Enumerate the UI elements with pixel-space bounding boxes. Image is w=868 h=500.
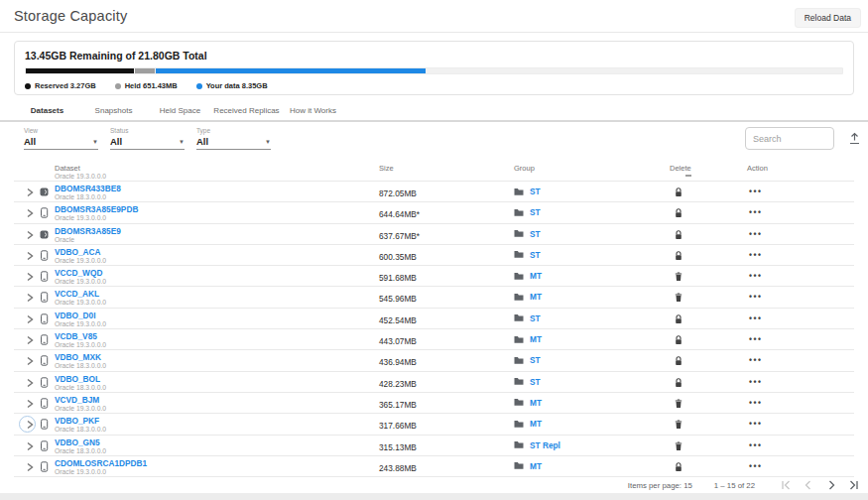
dataset-name-link[interactable]: DBOMSR3A85E9 [55,227,121,236]
dataset-name-link[interactable]: CDOMLOSRCA1DPDB1 [55,459,147,468]
legend-dot-icon [196,83,202,89]
expand-chevron-icon[interactable] [25,399,35,409]
page-title: Storage Capacity [14,8,127,24]
lock-icon[interactable] [672,251,685,261]
dataset-name-link[interactable]: VDBO_ACA [55,248,106,257]
tab-snapshots[interactable]: Snapshots [80,102,147,120]
row-actions-button[interactable]: ••• [749,187,762,196]
group-link[interactable]: ST Repl [530,440,560,450]
items-per-page-select[interactable]: Items per page: 15 [628,481,692,490]
expand-chevron-icon[interactable] [25,356,35,366]
expand-chevron-icon[interactable] [25,208,35,218]
row-actions-button[interactable]: ••• [749,377,762,387]
previous-page-icon[interactable] [804,480,813,490]
row-actions-button[interactable]: ••• [749,229,762,239]
tab-received-replicas[interactable]: Received Replicas [213,102,280,120]
dataset-name-link[interactable]: VDBO_PKF [55,417,106,426]
lock-icon[interactable] [672,335,685,345]
expand-chevron-icon[interactable] [25,188,35,197]
row-actions-button[interactable]: ••• [749,250,762,260]
dataset-name-link[interactable]: DBOMSR3A85E9PDB [55,205,138,214]
column-header-group[interactable]: Group [514,164,535,173]
lock-icon[interactable] [672,462,685,472]
row-actions-button[interactable]: ••• [749,419,762,429]
group-cell: MT [514,292,542,302]
dataset-name-link[interactable]: VCDB_V85 [55,332,106,341]
tab-datasets[interactable]: Datasets [14,102,80,120]
filter-status-select[interactable]: All▼ [110,136,185,150]
row-actions-button[interactable]: ••• [749,461,762,471]
expand-chevron-icon[interactable] [25,314,35,324]
lock-icon[interactable] [672,208,685,218]
group-link[interactable]: ST [530,207,541,217]
group-link[interactable]: ST [530,229,541,239]
group-link[interactable]: ST [530,313,541,323]
group-link[interactable]: MT [530,398,542,408]
lock-icon[interactable] [672,378,685,388]
lock-icon[interactable] [672,230,685,240]
lock-icon[interactable] [672,356,685,366]
column-header-dataset[interactable]: Dataset [55,164,80,173]
table-row: CDOMLOSRCA1DPDB1Oracle 19.3.0.0.0243.88M… [14,456,854,477]
first-page-icon[interactable] [781,480,791,490]
dataset-name-link[interactable]: VDBO_D0I [55,312,106,320]
tab-how-it-works[interactable]: How it Works [280,102,346,120]
group-link[interactable]: MT [530,334,542,344]
trash-icon[interactable] [672,272,685,282]
expand-chevron-icon[interactable] [25,293,35,303]
group-link[interactable]: ST [530,355,541,365]
expand-chevron-icon[interactable] [25,335,35,345]
expand-chevron-icon[interactable] [25,251,35,261]
tab-held-space[interactable]: Held Space [147,102,213,120]
filter-view-select[interactable]: All▼ [24,136,98,150]
row-actions-button[interactable]: ••• [749,440,762,450]
row-actions-button[interactable]: ••• [749,271,762,281]
row-actions-button[interactable]: ••• [749,207,762,217]
expand-chevron-icon[interactable] [25,272,35,282]
search-input[interactable] [745,127,834,150]
group-link[interactable]: MT [530,292,542,302]
group-link[interactable]: MT [530,461,542,471]
reload-data-button[interactable]: Reload Data [795,8,861,28]
dataset-name-link[interactable]: VDBO_MXK [55,353,106,362]
row-actions-button[interactable]: ••• [749,355,762,365]
expand-chevron-icon[interactable] [25,378,35,388]
filter-type-select[interactable]: All▼ [196,136,271,150]
group-link[interactable]: ST [530,250,541,260]
chevron-down-icon: ▼ [179,139,185,145]
folder-icon [514,398,524,407]
dataset-name-link[interactable]: VCCD_AKL [55,290,106,299]
dataset-subtitle: Oracle 19.3.0.0.0 [55,174,106,180]
table-row: VDBO_ACAOracle 19.3.0.0.0600.35MBST••• [14,245,854,266]
export-icon[interactable] [848,132,861,145]
expand-chevron-icon[interactable] [25,462,35,472]
dataset-name-link[interactable]: VCCD_WQD [55,269,106,278]
row-actions-button[interactable]: ••• [749,313,762,323]
group-link[interactable]: ST [530,377,541,387]
expand-chevron-icon[interactable] [25,420,35,430]
dataset-name-link[interactable]: VCVD_BJM [55,396,106,405]
last-page-icon[interactable] [849,480,859,490]
vdb-icon [40,313,50,324]
trash-icon[interactable] [672,399,685,409]
row-actions-button[interactable]: ••• [749,292,762,302]
group-link[interactable]: MT [530,271,542,281]
table-row: VDBO_D0IOracle 19.3.0.0.0452.54MBST••• [14,309,854,329]
lock-icon[interactable] [672,314,685,324]
lock-icon[interactable] [672,188,685,197]
next-page-icon[interactable] [826,480,836,490]
expand-chevron-icon[interactable] [25,441,35,451]
group-link[interactable]: ST [530,187,541,196]
trash-icon[interactable] [672,293,685,303]
dataset-name-link[interactable]: DBOMSR433BE8 [55,185,121,193]
row-actions-button[interactable]: ••• [749,334,762,344]
column-header-size[interactable]: Size [379,164,394,173]
group-link[interactable]: MT [530,419,542,429]
trash-icon[interactable] [672,420,685,430]
trash-icon[interactable] [672,441,685,451]
dataset-name-link[interactable]: VDBO_BOL [55,375,106,384]
dataset-name-link[interactable]: VDBO_GN5 [55,438,106,447]
row-actions-button[interactable]: ••• [749,398,762,408]
dataset-subtitle: Oracle 18.3.0.0.0 [55,447,106,455]
expand-chevron-icon[interactable] [25,230,35,240]
